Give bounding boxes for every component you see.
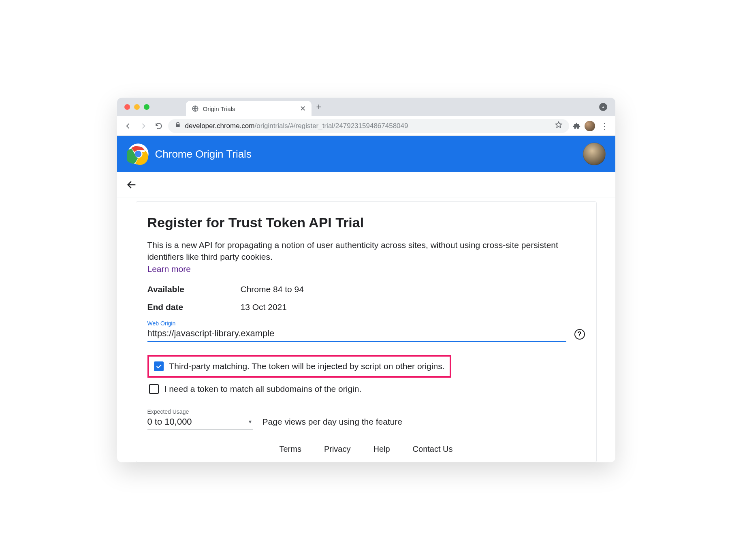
registration-card: Register for Trust Token API Trial This …: [136, 201, 597, 462]
third-party-highlight: Third-party matching. The token will be …: [147, 355, 451, 378]
end-date-value: 13 Oct 2021: [241, 302, 287, 312]
footer-terms-link[interactable]: Terms: [279, 445, 301, 454]
close-window-button[interactable]: [124, 104, 130, 110]
profile-avatar[interactable]: [583, 143, 606, 165]
trial-meta: Available Chrome 84 to 94 End date 13 Oc…: [147, 284, 585, 312]
profile-avatar-small[interactable]: [585, 121, 595, 131]
end-date-label: End date: [147, 302, 241, 312]
minimize-window-button[interactable]: [134, 104, 140, 110]
expected-usage-select[interactable]: 0 to 10,000 ▼: [147, 415, 253, 430]
nav-back-button[interactable]: [122, 120, 134, 132]
expected-usage-label: Expected Usage: [147, 408, 253, 415]
maximize-window-button[interactable]: [144, 104, 149, 110]
bookmark-star-icon[interactable]: [555, 121, 563, 131]
close-tab-icon[interactable]: ✕: [300, 104, 306, 113]
footer-privacy-link[interactable]: Privacy: [324, 445, 351, 454]
back-arrow-button[interactable]: [126, 179, 137, 190]
nav-forward-button[interactable]: [137, 120, 149, 132]
learn-more-link[interactable]: Learn more: [147, 264, 191, 274]
browser-toolbar: developer.chrome.com/origintrials/#/regi…: [117, 116, 615, 136]
new-tab-button[interactable]: +: [316, 102, 322, 112]
browser-window: Origin Trials ✕ + developer.chrome.com/o…: [117, 98, 615, 462]
subdomains-label: I need a token to match all subdomains o…: [164, 384, 362, 394]
url-text: developer.chrome.com/origintrials/#/regi…: [185, 122, 551, 130]
app-title: Chrome Origin Trials: [155, 148, 252, 160]
reload-button[interactable]: [153, 120, 165, 132]
expected-usage-row: Expected Usage 0 to 10,000 ▼ Page views …: [147, 408, 585, 430]
footer-help-link[interactable]: Help: [373, 445, 390, 454]
third-party-checkbox-row[interactable]: Third-party matching. The token will be …: [152, 359, 446, 374]
lock-icon: [175, 122, 181, 130]
web-origin-input[interactable]: [147, 327, 566, 342]
footer-links: Terms Privacy Help Contact Us: [147, 445, 585, 454]
tab-strip: Origin Trials ✕ +: [117, 98, 615, 116]
page-heading: Register for Trust Token API Trial: [147, 215, 585, 231]
help-icon[interactable]: ?: [574, 329, 585, 340]
subdomains-checkbox[interactable]: [149, 384, 159, 394]
address-bar[interactable]: developer.chrome.com/origintrials/#/regi…: [168, 119, 569, 133]
app-header: Chrome Origin Trials: [117, 136, 615, 172]
third-party-checkbox[interactable]: [154, 361, 164, 371]
options-group: Third-party matching. The token will be …: [147, 355, 585, 396]
web-origin-label: Web Origin: [147, 320, 585, 327]
expected-usage-description: Page views per day using the feature: [262, 417, 403, 430]
page-description: This is a new API for propagating a noti…: [147, 239, 585, 263]
subdomains-checkbox-row[interactable]: I need a token to match all subdomains o…: [147, 382, 585, 396]
available-label: Available: [147, 284, 241, 294]
third-party-label: Third-party matching. The token will be …: [169, 361, 445, 371]
footer-contact-link[interactable]: Contact Us: [413, 445, 453, 454]
profile-indicator-icon[interactable]: [599, 103, 607, 111]
browser-menu-button[interactable]: ⋮: [598, 120, 610, 132]
extensions-icon[interactable]: [572, 122, 581, 130]
browser-tab[interactable]: Origin Trials ✕: [186, 101, 312, 116]
expected-usage-value: 0 to 10,000: [147, 417, 192, 427]
sub-header: [117, 172, 615, 197]
web-origin-field: Web Origin ?: [147, 320, 585, 342]
tab-title: Origin Trials: [203, 105, 296, 112]
globe-icon: [192, 105, 199, 112]
window-controls: [124, 104, 149, 110]
dropdown-triangle-icon: ▼: [248, 419, 253, 425]
chrome-logo-icon: [127, 143, 149, 165]
available-value: Chrome 84 to 94: [241, 284, 304, 294]
